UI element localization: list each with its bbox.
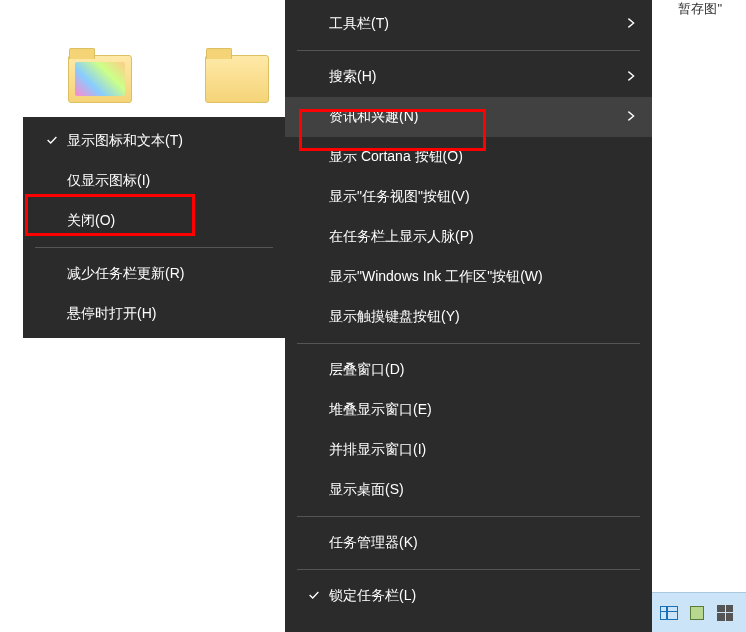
taskview-icon[interactable] — [658, 602, 680, 624]
menu-item-label: 关闭(O) — [67, 212, 251, 230]
menu-separator — [35, 247, 273, 248]
window-icon[interactable] — [714, 602, 736, 624]
corner-label: 暂存图" — [678, 0, 722, 18]
menu-item-side-by-side[interactable]: 并排显示窗口(I) — [285, 430, 652, 470]
check-icon — [307, 588, 321, 605]
menu-item-label: 显示"任务视图"按钮(V) — [329, 188, 618, 206]
menu-item-label: 工具栏(T) — [329, 15, 618, 33]
menu-item-label: 显示"Windows Ink 工作区"按钮(W) — [329, 268, 618, 286]
taskbar-context-menu: 工具栏(T) 搜索(H) 资讯和兴趣(N) 显示 Cortana 按钮(O) — [285, 0, 652, 632]
tray-icon[interactable] — [686, 602, 708, 624]
menu-item-stack-windows[interactable]: 堆叠显示窗口(E) — [285, 390, 652, 430]
folder-icon[interactable] — [68, 55, 138, 115]
menu-separator — [297, 50, 640, 51]
menu-item-label: 显示触摸键盘按钮(Y) — [329, 308, 618, 326]
menu-item-cascade-windows[interactable]: 层叠窗口(D) — [285, 350, 652, 390]
submenu-item-show-icon-text[interactable]: 显示图标和文本(T) — [23, 121, 285, 161]
menu-item-task-manager[interactable]: 任务管理器(K) — [285, 523, 652, 563]
menu-item-task-view-button[interactable]: 显示"任务视图"按钮(V) — [285, 177, 652, 217]
chevron-right-icon — [624, 109, 638, 126]
menu-item-label: 锁定任务栏(L) — [329, 587, 618, 605]
menu-item-windows-ink[interactable]: 显示"Windows Ink 工作区"按钮(W) — [285, 257, 652, 297]
submenu-item-close[interactable]: 关闭(O) — [23, 201, 285, 241]
menu-item-label: 减少任务栏更新(R) — [67, 265, 251, 283]
submenu-item-icon-only[interactable]: 仅显示图标(I) — [23, 161, 285, 201]
menu-item-show-desktop[interactable]: 显示桌面(S) — [285, 470, 652, 510]
menu-item-label: 在任务栏上显示人脉(P) — [329, 228, 618, 246]
menu-item-cortana-button[interactable]: 显示 Cortana 按钮(O) — [285, 137, 652, 177]
menu-item-label: 仅显示图标(I) — [67, 172, 251, 190]
folder-icon[interactable] — [205, 55, 275, 115]
menu-separator — [297, 569, 640, 570]
menu-item-search[interactable]: 搜索(H) — [285, 57, 652, 97]
menu-item-touch-keyboard[interactable]: 显示触摸键盘按钮(Y) — [285, 297, 652, 337]
menu-item-label: 显示桌面(S) — [329, 481, 618, 499]
submenu-item-open-on-hover[interactable]: 悬停时打开(H) — [23, 294, 285, 334]
menu-item-label: 堆叠显示窗口(E) — [329, 401, 618, 419]
menu-separator — [297, 516, 640, 517]
menu-separator — [297, 343, 640, 344]
menu-item-label: 资讯和兴趣(N) — [329, 108, 618, 126]
chevron-right-icon — [624, 16, 638, 33]
menu-item-news-interests[interactable]: 资讯和兴趣(N) — [285, 97, 652, 137]
news-interests-submenu: 显示图标和文本(T) 仅显示图标(I) 关闭(O) 减少任务栏更新(R) 悬停时… — [23, 117, 285, 338]
submenu-item-reduce-updates[interactable]: 减少任务栏更新(R) — [23, 254, 285, 294]
menu-item-toolbars[interactable]: 工具栏(T) — [285, 4, 652, 44]
menu-item-label: 搜索(H) — [329, 68, 618, 86]
menu-item-label: 显示图标和文本(T) — [67, 132, 251, 150]
menu-item-label: 层叠窗口(D) — [329, 361, 618, 379]
menu-item-label: 并排显示窗口(I) — [329, 441, 618, 459]
taskbar — [652, 592, 746, 632]
menu-item-label: 显示 Cortana 按钮(O) — [329, 148, 618, 166]
menu-item-lock-taskbar[interactable]: 锁定任务栏(L) — [285, 576, 652, 616]
menu-item-label: 悬停时打开(H) — [67, 305, 251, 323]
check-icon — [45, 133, 59, 150]
chevron-right-icon — [624, 69, 638, 86]
menu-item-label: 任务管理器(K) — [329, 534, 618, 552]
menu-item-show-people[interactable]: 在任务栏上显示人脉(P) — [285, 217, 652, 257]
